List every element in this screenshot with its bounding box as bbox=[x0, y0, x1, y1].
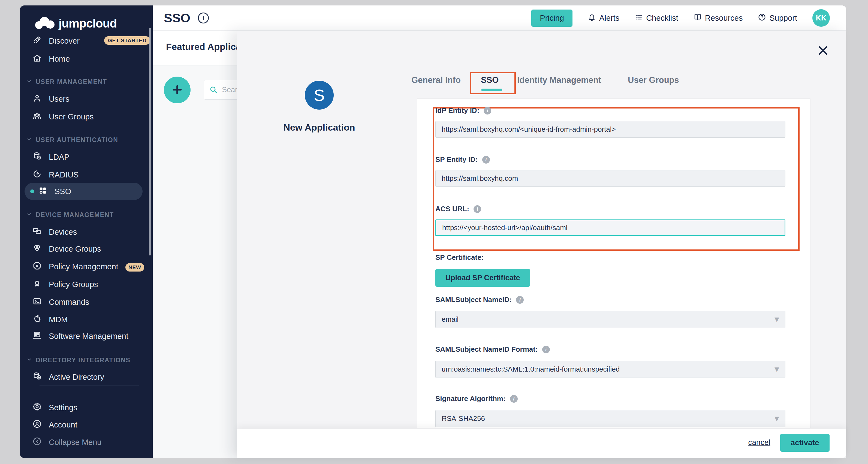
sidebar-item-active-directory[interactable]: Active Directory bbox=[20, 368, 153, 386]
application-name: New Application bbox=[251, 122, 388, 133]
nameid-select[interactable]: email bbox=[435, 311, 785, 328]
tab-identity-management[interactable]: Identity Management bbox=[517, 71, 601, 89]
venn-circles-icon bbox=[32, 243, 42, 255]
add-application-button[interactable] bbox=[164, 76, 191, 103]
idp-entity-id-input[interactable] bbox=[435, 121, 785, 138]
sp-entity-id-label-row: SP Entity ID: i bbox=[435, 155, 490, 164]
sidebar-section-user-management[interactable]: USER MANAGEMENT bbox=[20, 74, 153, 89]
sidebar-item-label: Software Management bbox=[49, 332, 128, 341]
active-tab-underline bbox=[482, 89, 502, 91]
sidebar-item-label: User Groups bbox=[49, 112, 94, 121]
tab-general-info[interactable]: General Info bbox=[411, 71, 461, 89]
chevron-down-icon bbox=[26, 211, 32, 219]
sidebar-item-software-management[interactable]: Software Management bbox=[20, 328, 153, 345]
checklist-icon bbox=[634, 13, 643, 23]
acs-url-input[interactable] bbox=[435, 219, 785, 236]
resources-button[interactable]: Resources bbox=[693, 13, 743, 23]
info-icon[interactable]: i bbox=[516, 296, 524, 304]
sidebar-item-label: Users bbox=[49, 95, 69, 103]
sidebar-item-ldap[interactable]: LDAP bbox=[20, 148, 153, 166]
sidebar-item-home[interactable]: Home bbox=[20, 50, 153, 68]
acs-url-label-row: ACS URL: i bbox=[435, 205, 481, 213]
plus-icon bbox=[171, 84, 183, 97]
active-directory-icon bbox=[32, 372, 42, 383]
sidebar-item-user-groups[interactable]: User Groups bbox=[20, 108, 153, 125]
book-icon bbox=[693, 13, 702, 23]
support-button[interactable]: Support bbox=[758, 13, 797, 23]
sidebar-item-label: MDM bbox=[49, 315, 68, 324]
chevron-down-icon bbox=[26, 357, 32, 364]
nameid-format-label-row: SAMLSubject NameID Format: i bbox=[435, 345, 550, 353]
chevron-down-icon bbox=[774, 415, 779, 422]
chevron-down-icon bbox=[26, 136, 32, 144]
sidebar-item-discover[interactable]: Discover GET STARTED bbox=[20, 32, 153, 50]
apple-icon bbox=[32, 314, 42, 325]
cancel-link[interactable]: cancel bbox=[740, 438, 778, 447]
info-icon[interactable]: i bbox=[482, 156, 490, 163]
sidebar-item-users[interactable]: Users bbox=[20, 90, 153, 108]
help-icon bbox=[758, 13, 766, 23]
sidebar-scrollbar[interactable] bbox=[149, 28, 151, 255]
new-application-modal: S New Application General Info SSO Ident… bbox=[237, 31, 846, 458]
sidebar: jumpcloud Discover GET STARTED Home USER… bbox=[20, 5, 153, 458]
sidebar-item-policy-management[interactable]: Policy Management NEW bbox=[20, 258, 153, 275]
sidebar-item-sso[interactable]: SSO bbox=[25, 183, 143, 200]
sidebar-item-label: Commands bbox=[49, 298, 89, 307]
terminal-icon bbox=[32, 297, 42, 308]
jumpcloud-logo[interactable]: jumpcloud bbox=[33, 15, 117, 32]
sidebar-item-label: Devices bbox=[49, 228, 77, 237]
sidebar-item-label: Discover bbox=[49, 36, 80, 45]
alerts-button[interactable]: Alerts bbox=[588, 13, 619, 23]
info-icon[interactable]: i bbox=[542, 346, 550, 353]
sidebar-item-policy-groups[interactable]: Policy Groups bbox=[20, 276, 153, 293]
sidebar-item-label: Home bbox=[49, 55, 70, 64]
info-icon[interactable]: i bbox=[198, 12, 209, 24]
activate-button[interactable]: activate bbox=[780, 434, 830, 452]
user-groups-icon bbox=[32, 111, 42, 122]
sso-grid-icon bbox=[38, 186, 48, 197]
modal-footer: cancel activate bbox=[237, 429, 846, 458]
policy-octagon-icon bbox=[32, 261, 42, 272]
page-title: SSO bbox=[164, 11, 190, 25]
pricing-button[interactable]: Pricing bbox=[531, 9, 572, 27]
sidebar-item-mdm[interactable]: MDM bbox=[20, 311, 153, 328]
sidebar-section-device-management[interactable]: DEVICE MANAGEMENT bbox=[20, 207, 153, 222]
sidebar-section-user-authentication[interactable]: USER AUTHENTICATION bbox=[20, 132, 153, 148]
radius-icon bbox=[32, 169, 42, 181]
sidebar-section-directory-integrations[interactable]: DIRECTORY INTEGRATIONS bbox=[20, 352, 153, 368]
checklist-button[interactable]: Checklist bbox=[634, 13, 678, 23]
sidebar-item-collapse-menu[interactable]: Collapse Menu bbox=[20, 433, 153, 451]
signature-algorithm-select[interactable]: RSA-SHA256 bbox=[435, 410, 785, 427]
info-icon[interactable]: i bbox=[473, 205, 481, 213]
tab-sso[interactable]: SSO bbox=[481, 71, 499, 89]
sidebar-item-label: RADIUS bbox=[49, 171, 79, 179]
devices-icon bbox=[32, 226, 42, 238]
sp-entity-id-input[interactable] bbox=[435, 170, 785, 187]
user-avatar[interactable]: KK bbox=[812, 9, 830, 27]
sidebar-item-device-groups[interactable]: Device Groups bbox=[20, 240, 153, 258]
info-icon[interactable]: i bbox=[510, 395, 518, 403]
rocket-icon bbox=[32, 35, 42, 47]
laptop-apps-icon bbox=[32, 331, 42, 342]
database-clock-icon bbox=[32, 152, 42, 163]
tab-user-groups[interactable]: User Groups bbox=[628, 71, 679, 89]
close-icon[interactable] bbox=[816, 44, 830, 57]
topbar: SSO i Pricing Alerts Checklist Resources… bbox=[153, 5, 846, 31]
sidebar-item-label: Collapse Menu bbox=[49, 438, 101, 447]
info-icon[interactable]: i bbox=[484, 107, 491, 115]
sidebar-item-account[interactable]: Account bbox=[20, 416, 153, 433]
logo-text: jumpcloud bbox=[59, 17, 117, 30]
sidebar-item-settings[interactable]: Settings bbox=[20, 399, 153, 416]
sidebar-item-devices[interactable]: Devices bbox=[20, 223, 153, 241]
sidebar-item-label: Policy Management bbox=[49, 262, 118, 271]
cloud-logo-icon bbox=[33, 15, 56, 32]
upload-sp-certificate-button[interactable]: Upload SP Certificate bbox=[435, 269, 530, 287]
chevron-down-icon bbox=[774, 316, 779, 323]
sidebar-item-label: Device Groups bbox=[49, 245, 101, 253]
sp-certificate-label-row: SP Certificate: bbox=[435, 253, 484, 262]
gear-icon bbox=[32, 402, 42, 413]
sidebar-item-label: LDAP bbox=[49, 153, 69, 162]
sidebar-item-commands[interactable]: Commands bbox=[20, 293, 153, 311]
sidebar-item-radius[interactable]: RADIUS bbox=[20, 166, 153, 183]
nameid-format-select[interactable]: urn:oasis:names:tc:SAML:1.0:nameid-forma… bbox=[435, 361, 785, 378]
